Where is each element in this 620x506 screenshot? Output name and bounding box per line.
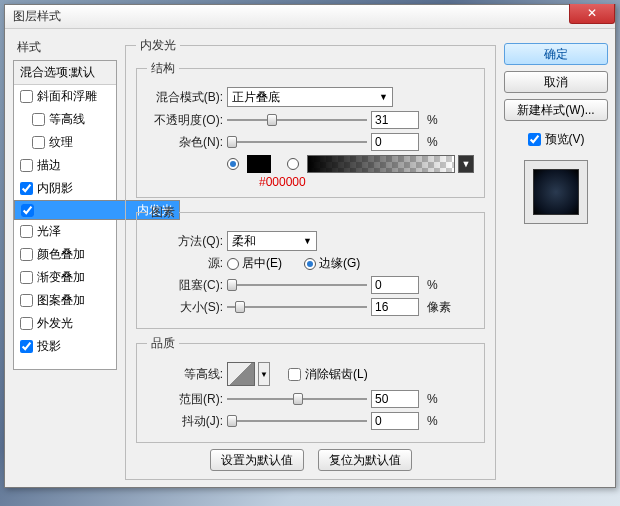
titlebar[interactable]: 图层样式 ✕ [5, 5, 615, 29]
blend-mode-label: 混合模式(B): [147, 89, 223, 106]
make-default-button[interactable]: 设置为默认值 [210, 449, 304, 471]
style-item-label: 颜色叠加 [37, 246, 85, 263]
antialias-label: 消除锯齿(L) [305, 366, 368, 383]
choke-slider[interactable] [227, 278, 367, 292]
source-center-radio[interactable]: 居中(E) [227, 255, 282, 272]
contour-picker[interactable] [227, 362, 255, 386]
jitter-slider[interactable] [227, 414, 367, 428]
styles-header: 样式 [13, 37, 117, 60]
opacity-label: 不透明度(O): [147, 112, 223, 129]
style-item-4[interactable]: 内阴影 [14, 177, 116, 200]
quality-legend: 品质 [147, 335, 179, 352]
style-item-7[interactable]: 颜色叠加 [14, 243, 116, 266]
preview-label: 预览(V) [545, 131, 585, 148]
close-button[interactable]: ✕ [569, 4, 615, 24]
choke-label: 阻塞(C): [147, 277, 223, 294]
style-checkbox[interactable] [20, 248, 33, 261]
size-input[interactable]: 16 [371, 298, 419, 316]
noise-unit: % [427, 135, 438, 149]
style-checkbox[interactable] [20, 271, 33, 284]
technique-label: 方法(Q): [147, 233, 223, 250]
style-item-label: 图案叠加 [37, 292, 85, 309]
style-item-label: 内阴影 [37, 180, 73, 197]
gradient-bar[interactable] [307, 155, 455, 173]
jitter-label: 抖动(J): [147, 413, 223, 430]
panel-title: 内发光 [136, 37, 180, 54]
elements-legend: 图素 [147, 204, 179, 221]
structure-legend: 结构 [147, 60, 179, 77]
style-item-label: 斜面和浮雕 [37, 88, 97, 105]
jitter-input[interactable]: 0 [371, 412, 419, 430]
blend-options-header[interactable]: 混合选项:默认 [14, 61, 116, 85]
size-label: 大小(S): [147, 299, 223, 316]
blend-mode-select[interactable]: 正片叠底 ▼ [227, 87, 393, 107]
reset-default-button[interactable]: 复位为默认值 [318, 449, 412, 471]
style-item-11[interactable]: 投影 [14, 335, 116, 358]
style-checkbox[interactable] [20, 225, 33, 238]
style-item-label: 外发光 [37, 315, 73, 332]
style-checkbox[interactable] [21, 204, 34, 217]
chevron-down-icon: ▼ [303, 236, 312, 246]
preview-checkbox[interactable] [528, 133, 541, 146]
style-item-0[interactable]: 斜面和浮雕 [14, 85, 116, 108]
structure-group: 结构 混合模式(B): 正片叠底 ▼ 不透明度(O): 31 % [136, 60, 485, 198]
contour-label: 等高线: [147, 366, 223, 383]
noise-slider[interactable] [227, 135, 367, 149]
chevron-down-icon: ▼ [379, 92, 388, 102]
opacity-input[interactable]: 31 [371, 111, 419, 129]
ok-button[interactable]: 确定 [504, 43, 608, 65]
style-checkbox[interactable] [20, 340, 33, 353]
style-checkbox[interactable] [32, 136, 45, 149]
style-item-2[interactable]: 纹理 [14, 131, 116, 154]
color-mode-gradient-radio[interactable] [287, 158, 299, 170]
style-item-6[interactable]: 光泽 [14, 220, 116, 243]
size-slider[interactable] [227, 300, 367, 314]
opacity-unit: % [427, 113, 438, 127]
style-item-label: 等高线 [49, 111, 85, 128]
quality-group: 品质 等高线: ▼ 消除锯齿(L) 范围(R): 50 % [136, 335, 485, 443]
style-item-label: 投影 [37, 338, 61, 355]
style-item-label: 描边 [37, 157, 61, 174]
style-checkbox[interactable] [20, 159, 33, 172]
source-edge-radio[interactable]: 边缘(G) [304, 255, 360, 272]
jitter-unit: % [427, 414, 438, 428]
style-item-8[interactable]: 渐变叠加 [14, 266, 116, 289]
range-input[interactable]: 50 [371, 390, 419, 408]
layer-style-dialog: 图层样式 ✕ 样式 混合选项:默认 斜面和浮雕等高线纹理描边内阴影内发光光泽颜色… [4, 4, 616, 488]
noise-input[interactable]: 0 [371, 133, 419, 151]
size-unit: 像素 [427, 299, 451, 316]
style-item-9[interactable]: 图案叠加 [14, 289, 116, 312]
inner-glow-panel: 内发光 结构 混合模式(B): 正片叠底 ▼ 不透明度(O): 31 [125, 37, 496, 480]
technique-select[interactable]: 柔和 ▼ [227, 231, 317, 251]
styles-list: 混合选项:默认 斜面和浮雕等高线纹理描边内阴影内发光光泽颜色叠加渐变叠加图案叠加… [13, 60, 117, 370]
color-mode-solid-radio[interactable] [227, 158, 239, 170]
style-checkbox[interactable] [20, 317, 33, 330]
cancel-button[interactable]: 取消 [504, 71, 608, 93]
gradient-dropdown[interactable]: ▼ [458, 155, 474, 173]
noise-label: 杂色(N): [147, 134, 223, 151]
dialog-buttons: 确定 取消 新建样式(W)... 预览(V) [504, 37, 608, 479]
elements-group: 图素 方法(Q): 柔和 ▼ 源: 居中(E) 边缘(G) [136, 204, 485, 329]
new-style-button[interactable]: 新建样式(W)... [504, 99, 608, 121]
style-item-label: 光泽 [37, 223, 61, 240]
style-checkbox[interactable] [20, 182, 33, 195]
preview-thumbnail [533, 169, 579, 215]
choke-input[interactable]: 0 [371, 276, 419, 294]
color-swatch[interactable] [247, 155, 271, 173]
antialias-checkbox[interactable] [288, 368, 301, 381]
color-hex-note: #000000 [259, 175, 474, 189]
contour-dropdown[interactable]: ▼ [258, 362, 270, 386]
style-checkbox[interactable] [32, 113, 45, 126]
style-checkbox[interactable] [20, 90, 33, 103]
preview-box [524, 160, 588, 224]
range-slider[interactable] [227, 392, 367, 406]
style-item-10[interactable]: 外发光 [14, 312, 116, 335]
opacity-slider[interactable] [227, 113, 367, 127]
style-item-label: 渐变叠加 [37, 269, 85, 286]
style-item-3[interactable]: 描边 [14, 154, 116, 177]
style-item-1[interactable]: 等高线 [14, 108, 116, 131]
range-label: 范围(R): [147, 391, 223, 408]
range-unit: % [427, 392, 438, 406]
style-item-label: 纹理 [49, 134, 73, 151]
style-checkbox[interactable] [20, 294, 33, 307]
